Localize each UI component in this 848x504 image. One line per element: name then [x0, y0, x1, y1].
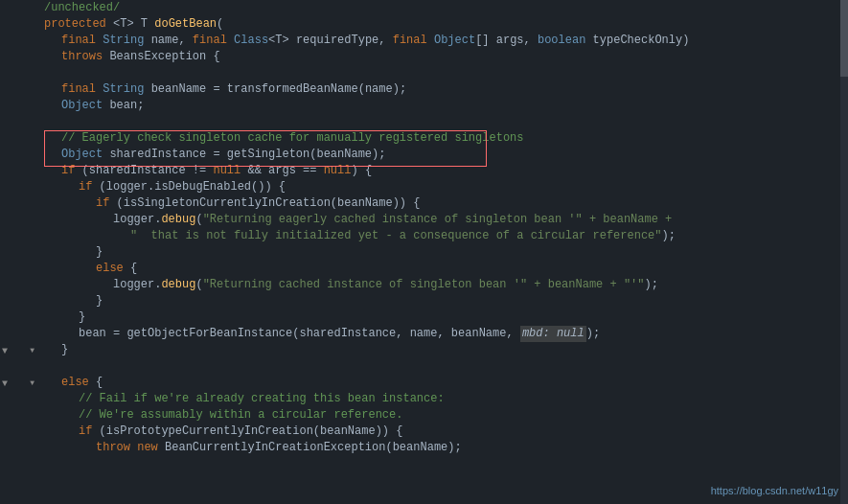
token-plain: ( — [217, 16, 223, 33]
code-line: } — [44, 244, 848, 261]
code-line: final String beanName = transformedBeanN… — [44, 81, 848, 98]
gutter-line — [0, 0, 40, 16]
code-line: if (logger.isDebugEnabled()) { — [44, 179, 848, 195]
token-type: String — [103, 33, 144, 49]
gutter-line — [0, 49, 40, 65]
token-plain: ); — [662, 228, 676, 244]
gutter-line — [0, 244, 40, 261]
token-plain: beanName = transformedBeanName(name); — [144, 81, 406, 98]
token-param-hint: mbd: null — [520, 326, 586, 342]
token-null-kw: null — [324, 163, 352, 179]
token-comment: /unchecked/ — [44, 0, 120, 16]
token-comment: // Eagerly check singleton cache for man… — [61, 130, 523, 147]
token-kw: final — [61, 81, 96, 98]
token-plain — [227, 33, 234, 49]
code-line: } — [44, 293, 848, 309]
gutter-line — [0, 81, 40, 98]
token-comment: // Fail if we're already creating this b… — [79, 391, 445, 407]
code-line: if (sharedInstance != null && args == nu… — [44, 163, 848, 179]
token-plain: { — [124, 261, 137, 277]
code-line: Object sharedInstance = getSingleton(bea… — [44, 147, 848, 163]
token-kw: final — [193, 33, 227, 49]
code-line: protected <T> T doGetBean( — [44, 16, 848, 33]
code-area: ▼▼▼▼ /unchecked/protected <T> T doGetBea… — [0, 0, 848, 504]
gutter-line — [0, 16, 40, 33]
token-plain — [130, 440, 137, 456]
gutter-line — [0, 114, 40, 130]
gutter-line — [0, 391, 40, 407]
token-method: debug — [161, 212, 195, 228]
token-plain: { — [89, 375, 103, 391]
token-plain: logger. — [113, 212, 161, 228]
code-line: /unchecked/ — [44, 0, 848, 16]
collapse-arrow[interactable]: ▼ — [2, 378, 8, 389]
code-content: /unchecked/protected <T> T doGetBean(fin… — [40, 0, 848, 504]
code-line: bean = getObjectForBeanInstance(sharedIn… — [44, 326, 848, 342]
token-plain: } — [96, 293, 103, 309]
code-line: throws BeansException { — [44, 49, 848, 65]
token-kw: if — [79, 179, 92, 195]
token-comment: // We're assumably within a circular ref… — [79, 407, 402, 424]
token-plain — [96, 81, 103, 98]
token-str: "Returning cached instance of singleton … — [203, 277, 645, 293]
token-kw: if — [61, 163, 75, 179]
token-kw: if — [79, 424, 92, 440]
code-line: else { — [44, 261, 848, 277]
token-type: String — [103, 81, 144, 98]
token-kw: throws — [61, 49, 103, 65]
gutter-line — [0, 261, 40, 277]
token-plain: BeanCurrentlyInCreationException(beanNam… — [158, 440, 462, 456]
token-kw-blue: boolean — [538, 33, 585, 49]
token-plain: (isPrototypeCurrentlyInCreation(beanName… — [92, 424, 402, 440]
code-line: final String name, final Class<T> requir… — [44, 33, 848, 49]
gutter-line — [0, 212, 40, 228]
token-type: Class — [234, 33, 268, 49]
token-plain: BeansException { — [103, 49, 219, 65]
token-plain: ( — [195, 212, 202, 228]
fold-icon[interactable]: ▼ — [30, 378, 34, 387]
gutter-line — [0, 277, 40, 293]
token-plain: <T> requiredType, — [268, 33, 393, 49]
gutter-line — [0, 424, 40, 440]
gutter-line — [0, 309, 40, 326]
scrollbar[interactable] — [840, 0, 848, 504]
code-line: throw new BeanCurrentlyInCreationExcepti… — [44, 440, 848, 456]
token-null-kw: null — [213, 163, 241, 179]
token-plain: (logger.isDebugEnabled()) { — [92, 179, 286, 195]
token-kw: final — [61, 33, 96, 49]
code-line: if (isPrototypeCurrentlyInCreation(beanN… — [44, 424, 848, 440]
token-plain: ) { — [351, 163, 372, 179]
token-kw: if — [96, 195, 109, 212]
gutter-line — [0, 326, 40, 342]
code-line: if (isSingletonCurrentlyInCreation(beanN… — [44, 195, 848, 212]
code-line — [44, 65, 848, 81]
editor: ▼▼▼▼ /unchecked/protected <T> T doGetBea… — [0, 0, 848, 504]
watermark: https://blog.csdn.net/w11gy — [711, 485, 838, 496]
token-plain: bean = getObjectForBeanInstance(sharedIn… — [79, 326, 520, 342]
token-method: doGetBean — [154, 16, 217, 33]
token-plain: logger. — [113, 277, 161, 293]
gutter-line — [0, 179, 40, 195]
token-type: Object — [61, 147, 103, 163]
token-plain: && args == — [241, 163, 323, 179]
token-kw: else — [96, 261, 124, 277]
token-plain: } — [79, 309, 85, 326]
scrollbar-thumb[interactable] — [840, 0, 848, 77]
code-line: logger.debug("Returning eagerly cached i… — [44, 212, 848, 228]
fold-icon[interactable]: ▼ — [30, 346, 34, 355]
token-kw: protected — [44, 16, 106, 33]
token-plain: ); — [586, 326, 600, 342]
token-plain: sharedInstance = getSingleton(beanName); — [103, 147, 385, 163]
token-plain: } — [96, 244, 103, 261]
code-line: // We're assumably within a circular ref… — [44, 407, 848, 424]
collapse-arrow[interactable]: ▼ — [2, 346, 8, 356]
gutter-line — [0, 358, 40, 375]
code-line: } — [44, 342, 848, 358]
token-method: debug — [161, 277, 195, 293]
gutter-line — [0, 163, 40, 179]
code-line: else { — [44, 375, 848, 391]
token-str: "Returning eagerly cached instance of si… — [203, 212, 673, 228]
token-kw: else — [61, 375, 89, 391]
code-line: } — [44, 309, 848, 326]
code-line: // Eagerly check singleton cache for man… — [44, 130, 848, 147]
